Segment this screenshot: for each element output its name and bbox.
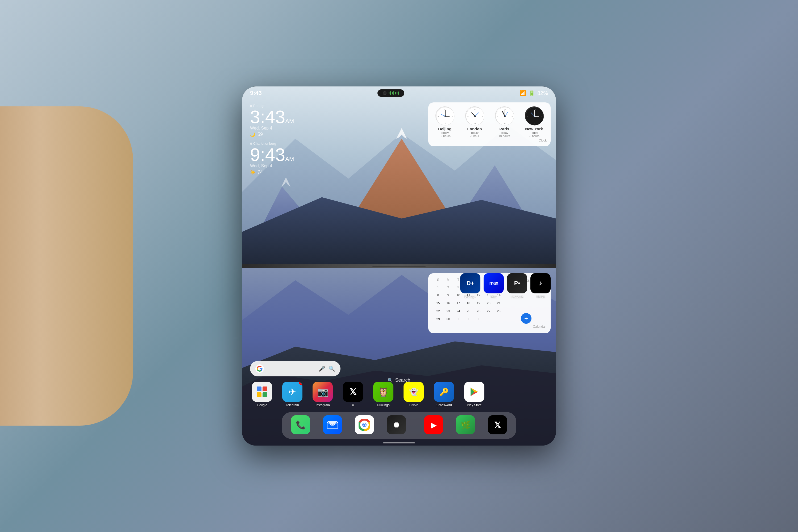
paris-name: Paris — [499, 127, 509, 131]
lens-icon[interactable]: 🔍 — [328, 365, 335, 372]
analog-clock-newyork: 12 3 6 9 — [525, 107, 544, 125]
svg-text:6: 6 — [504, 122, 506, 125]
x-app-wrap: 𝕏 X — [338, 382, 367, 407]
clock-city-newyork: 12 3 6 9 New York — [521, 107, 547, 137]
tiktok-app: ♪ TikTok — [530, 273, 551, 299]
peacock-app: P• Peacock — [507, 273, 527, 299]
svg-point-61 — [363, 424, 365, 426]
duolingo-app-label: Duolingo — [377, 403, 390, 407]
svg-text:6: 6 — [445, 122, 446, 125]
status-bar: 9:43 📶 🔋 82% — [242, 87, 556, 100]
google-search-bar[interactable]: 🎤 🔍 — [250, 361, 341, 376]
search-row[interactable]: 🔍 Search — [242, 377, 556, 383]
telegram-app-icon[interactable]: ✈ 1 — [282, 382, 302, 402]
clock-city-london: 12 3 6 9 London — [462, 107, 487, 137]
dock-divider — [415, 415, 415, 434]
search-label-text: Search — [395, 377, 410, 383]
dock-x-wrap: 𝕏 — [483, 415, 512, 436]
analog-clock-paris: 12 3 6 9 — [495, 107, 514, 125]
snap-app-icon[interactable]: 👻 — [403, 382, 424, 402]
google-app-label: Google — [257, 403, 267, 407]
svg-rect-51 — [263, 392, 267, 397]
disney-label: Disney+ — [464, 295, 476, 299]
portage-weather-icon: 🌙 — [250, 132, 255, 137]
dock-camera-icon[interactable]: ⏺ — [387, 415, 406, 434]
tiktok-label: TikTok — [536, 295, 545, 299]
left-clocks-widget[interactable]: Portage 3:43AM Wed, Sep 4 🌙 59 Charlotte… — [250, 104, 294, 175]
svg-text:6: 6 — [475, 122, 476, 125]
charlottenburg-temp: 74 — [258, 169, 263, 175]
dock-x-icon[interactable]: 𝕏 — [488, 415, 507, 434]
dock-chrome-icon[interactable] — [355, 415, 374, 434]
beijing-date: Today — [441, 131, 449, 134]
hinge-line — [373, 266, 425, 267]
bottom-screen: S M T W T F S 1 2 3 4 — [242, 268, 556, 445]
portage-time: 3:43AM — [250, 108, 294, 126]
instagram-app-label: Instagram — [316, 403, 329, 407]
svg-rect-48 — [257, 386, 262, 391]
disney-app: D+ Disney+ — [460, 273, 480, 299]
instagram-app-icon[interactable]: 📷 — [312, 382, 333, 402]
disney-icon[interactable]: D+ — [460, 273, 480, 293]
peacock-icon[interactable]: P• — [507, 273, 527, 293]
hand-holding-phone — [0, 107, 133, 425]
cal-header-s1: S — [433, 278, 443, 282]
telegram-app-wrap: ✈ 1 Telegram — [278, 382, 307, 407]
svg-text:6: 6 — [534, 122, 535, 125]
wave-bar-4 — [394, 91, 394, 95]
duolingo-app-icon[interactable]: 🦉 — [373, 382, 394, 402]
world-clocks-widget[interactable]: 12 3 6 9 — [428, 102, 551, 146]
phone-hinge — [242, 264, 556, 268]
clock-city-paris: 12 3 6 9 Paris — [492, 107, 517, 137]
dock-phone-icon[interactable]: 📞 — [291, 415, 310, 434]
svg-text:3: 3 — [541, 115, 543, 118]
svg-text:3: 3 — [452, 115, 453, 118]
svg-text:3: 3 — [482, 115, 483, 118]
google-app-icon[interactable] — [252, 382, 272, 402]
battery-icon: 🔋 — [529, 90, 535, 96]
dock-camera-wrap: ⏺ — [382, 415, 411, 436]
dock-files-icon[interactable]: 🌿 — [456, 415, 475, 434]
main-app-grid: Google ✈ 1 Telegram 📷 Instagram — [247, 382, 551, 407]
wave-bar-5 — [395, 92, 396, 94]
google-logo — [255, 364, 264, 373]
status-icons: 📶 🔋 82% — [520, 90, 548, 96]
dock-youtube-icon[interactable]: ▶ — [424, 415, 443, 434]
newyork-name: New York — [525, 127, 543, 131]
battery-percent: 82% — [537, 90, 548, 96]
wave-bar-6 — [397, 92, 397, 94]
dock-files-wrap: 🌿 — [451, 415, 480, 436]
x-app-icon[interactable]: 𝕏 — [343, 382, 363, 402]
portage-date: Wed, Sep 4 — [250, 126, 294, 131]
phone-bottom-panel: S M T W T F S 1 2 3 4 — [242, 268, 556, 445]
add-event-button[interactable]: + — [521, 313, 531, 324]
playstore-app-wrap: Play Store — [460, 382, 489, 407]
london-date: Today — [471, 131, 478, 134]
portage-temp: 59 — [258, 132, 263, 137]
max-icon[interactable]: max — [483, 273, 504, 293]
wave-bar-7 — [398, 92, 399, 95]
mic-icon[interactable]: 🎤 — [319, 365, 325, 372]
world-clock-label: Clock — [432, 138, 547, 142]
portage-clock: Portage 3:43AM Wed, Sep 4 🌙 59 — [250, 104, 294, 137]
newyork-offset: -6 hours — [529, 134, 539, 137]
home-indicator[interactable] — [383, 442, 415, 443]
tiktok-icon[interactable]: ♪ — [530, 273, 551, 293]
dock-youtube-wrap: ▶ — [419, 415, 448, 436]
snap-app-label: SNAP — [410, 403, 418, 407]
world-clocks-grid: 12 3 6 9 — [432, 107, 547, 137]
playstore-app-icon[interactable] — [464, 382, 484, 402]
snap-app-wrap: 👻 SNAP — [399, 382, 428, 407]
wave-bar-3 — [392, 92, 393, 94]
dock-mail-wrap — [318, 415, 347, 436]
onepassword-app-icon[interactable]: 🔑 — [434, 382, 454, 402]
wave-bar-1 — [388, 92, 390, 94]
svg-rect-50 — [257, 392, 262, 397]
camera-dot — [383, 91, 386, 95]
dock-mail-icon[interactable] — [323, 415, 342, 434]
telegram-app-label: Telegram — [286, 403, 299, 407]
newyork-date: Today — [530, 131, 538, 134]
status-time: 9:43 — [250, 90, 262, 97]
svg-text:9: 9 — [497, 115, 498, 118]
dock-chrome-wrap — [350, 415, 379, 436]
